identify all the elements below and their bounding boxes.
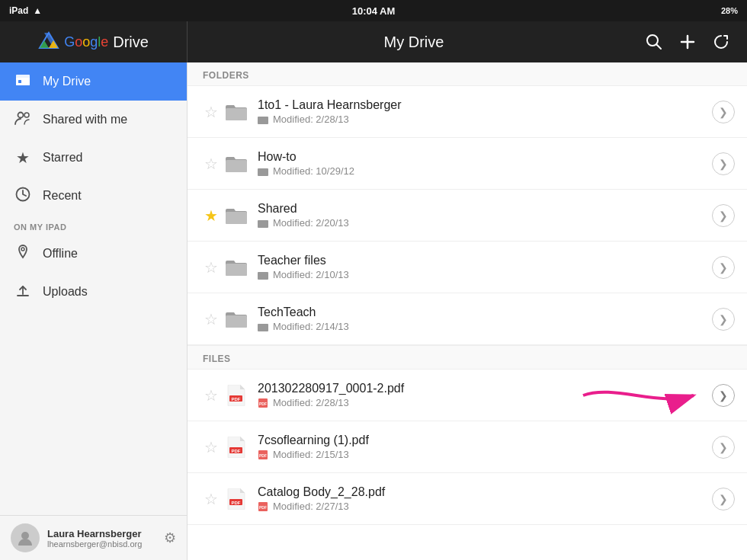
folder-small-icon [258,167,268,176]
chevron-button[interactable]: ❯ [712,488,735,510]
star-button[interactable]: ☆ [200,490,223,508]
search-icon [646,34,662,50]
svg-point-16 [21,532,29,539]
refresh-button[interactable] [707,28,735,56]
nav-actions [640,28,747,56]
google-drive-logo: Google Drive [38,31,149,53]
svg-text:PDF: PDF [232,397,241,402]
status-bar: iPad ▲ 10:04 AM 28% [0,0,747,21]
sidebar-item-shared-with-me[interactable]: Shared with me [0,101,187,139]
nav-title: My Drive [188,34,640,51]
file-item[interactable]: ☆ PDF 7csoflearning (1).pdf PDF Modified… [188,421,747,473]
footer-user-info: Laura Hearnsberger lhearnsberger@nbisd.o… [47,528,156,549]
file-item[interactable]: ☆ PDF 201302280917_0001-2.pdf PDF Modifi… [188,370,747,421]
settings-button[interactable]: ⚙ [164,530,176,546]
pdf-small-icon: PDF [258,501,268,512]
offline-label: Offline [43,247,78,261]
file-modified: Modified: 2/15/13 [273,449,349,460]
folder-item[interactable]: ☆ Teacher files Modified: 2/10/13 ❯ [188,242,747,293]
folder-item[interactable]: ★ Shared Modified: 2/20/13 ❯ [188,190,747,242]
star-button[interactable]: ☆ [200,103,223,121]
file-modified: Modified: 10/29/12 [273,165,354,177]
file-details: 7csoflearning (1).pdf PDF Modified: 2/15… [250,434,712,460]
svg-point-14 [21,248,24,251]
star-button[interactable]: ☆ [200,155,223,173]
my-drive-label: My Drive [43,75,91,88]
clock-icon [14,186,31,203]
svg-rect-21 [226,212,247,224]
svg-rect-9 [16,78,30,85]
upload-icon [14,282,31,299]
chevron-button[interactable]: ❯ [712,256,735,279]
file-modified: Modified: 2/10/13 [273,269,349,280]
sidebar-item-offline[interactable]: Offline [0,235,187,273]
folder-small-icon [258,322,268,331]
file-name: Shared [258,202,704,216]
file-name: 201302280917_0001-2.pdf [258,382,704,395]
on-my-ipad-label: ON MY IPAD [0,215,187,235]
files-section-header: FILES [188,345,747,370]
sidebar-item-my-drive[interactable]: My Drive [0,62,187,101]
file-name: Catalog Body_2_28.pdf [258,485,704,499]
app-logo-area: Google Drive [0,21,188,62]
file-name: How-to [258,150,704,164]
folder-item[interactable]: ☆ 1to1 - Laura Hearnsberger Modified: 2/… [188,86,747,138]
recent-label: Recent [43,189,82,203]
star-button[interactable]: ☆ [200,386,223,405]
chevron-button[interactable]: ❯ [712,308,735,331]
svg-point-11 [18,112,24,117]
sidebar: My Drive Shared with me ★ Starred [0,62,188,560]
file-details: How-to Modified: 10/29/12 [250,150,712,177]
pdf-icon-area: PDF [223,385,250,406]
file-details: 1to1 - Laura Hearnsberger Modified: 2/28… [250,98,712,125]
pdf-small-icon: PDF [258,450,268,460]
chevron-button[interactable]: ❯ [712,152,735,175]
file-modified: Modified: 2/14/13 [273,321,349,332]
folder-icon [225,206,248,225]
svg-text:PDF: PDF [259,453,267,458]
files-list: ☆ PDF 201302280917_0001-2.pdf PDF Modifi… [188,370,747,525]
star-button[interactable]: ★ [200,206,223,225]
sidebar-item-recent[interactable]: Recent [0,177,187,215]
folder-item[interactable]: ☆ How-to Modified: 10/29/12 ❯ [188,138,747,190]
folder-small-icon [258,219,268,228]
file-details: Teacher files Modified: 2/10/13 [250,254,712,280]
my-drive-icon [14,72,32,92]
file-meta: Modified: 2/10/13 [258,269,704,280]
svg-text:PDF: PDF [232,501,241,505]
refresh-icon [713,34,729,50]
search-button[interactable] [640,28,668,56]
file-details: Catalog Body_2_28.pdf PDF Modified: 2/27… [250,485,712,512]
file-details: TechTeach Modified: 2/14/13 [250,306,712,332]
chevron-button[interactable]: ❯ [712,204,735,227]
sidebar-footer: Laura Hearnsberger lhearnsberger@nbisd.o… [0,515,187,560]
add-icon [679,34,696,50]
pdf-small-icon: PDF [258,398,268,408]
folder-item[interactable]: ☆ TechTeach Modified: 2/14/13 ❯ [188,293,747,345]
svg-rect-10 [18,80,21,83]
sidebar-item-starred[interactable]: ★ Starred [0,139,187,177]
folder-icon [225,103,248,121]
chevron-button[interactable]: ❯ [712,101,735,123]
uploads-icon [14,282,32,302]
file-name: TechTeach [258,306,704,319]
file-modified: Modified: 2/28/13 [273,114,349,125]
folder-small-icon [258,270,268,280]
file-meta: Modified: 2/28/13 [258,114,704,125]
chevron-button[interactable]: ❯ [712,436,735,459]
pdf-file-icon: PDF [227,488,245,510]
file-modified: Modified: 2/20/13 [273,217,349,229]
star-button[interactable]: ☆ [200,258,223,277]
status-bar-left: iPad ▲ [9,5,42,16]
folders-list: ☆ 1to1 - Laura Hearnsberger Modified: 2/… [188,86,747,345]
star-button[interactable]: ☆ [200,438,223,456]
sidebar-item-uploads[interactable]: Uploads [0,273,187,311]
chevron-button[interactable]: ❯ [712,384,735,407]
star-button[interactable]: ☆ [200,310,223,328]
file-meta: Modified: 2/20/13 [258,217,704,229]
add-button[interactable] [674,28,701,56]
uploads-label: Uploads [43,285,88,299]
offline-icon [14,244,32,264]
svg-rect-24 [258,272,268,280]
file-item[interactable]: ☆ PDF Catalog Body_2_28.pdf PDF Modified… [188,473,747,525]
